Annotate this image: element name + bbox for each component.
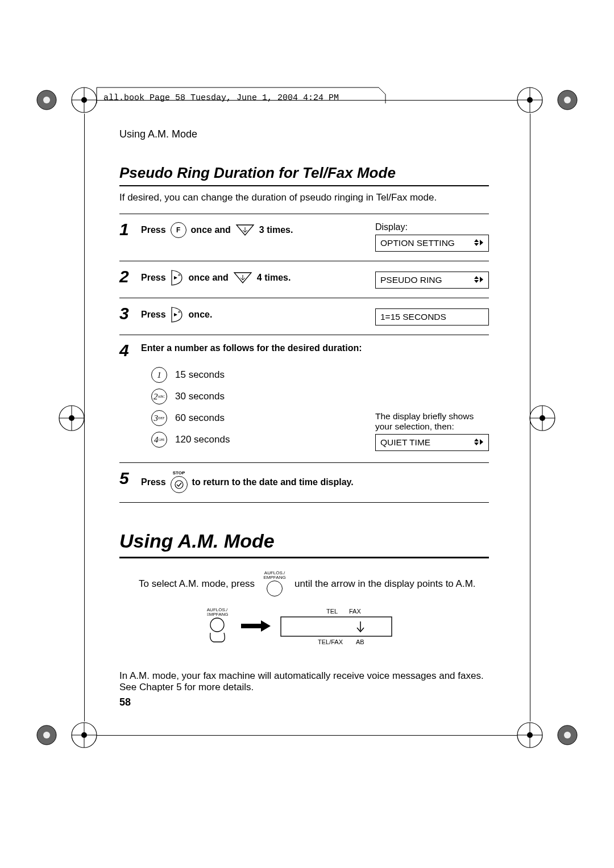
para-am-intro: To select A.M. mode, press AUFLÖS./ EMPF… xyxy=(139,571,489,596)
svg-marker-34 xyxy=(474,239,479,242)
display-label: Display: xyxy=(375,222,489,232)
keypad-2-icon: 2ABC xyxy=(151,389,167,404)
step-5: 5 Press STOP to return to the date and t… xyxy=(119,462,489,503)
svg-point-27 xyxy=(69,415,74,421)
lcd-text: PSEUDO RING xyxy=(380,275,442,285)
svg-marker-42 xyxy=(474,280,479,283)
svg-point-21 xyxy=(527,732,533,738)
svg-point-31 xyxy=(540,415,545,421)
para2-a: To select A.M. mode, press xyxy=(139,578,255,590)
step3-press: Press xyxy=(141,310,166,320)
step5-rest: to return to the date and time display. xyxy=(192,477,354,487)
regmark-mid-left xyxy=(55,401,89,435)
crossline-bottom xyxy=(97,735,517,736)
para-am-explain: In A.M. mode, your fax machine will auto… xyxy=(119,670,489,693)
step2-press: Press xyxy=(141,273,166,283)
step-1: 1 Press F once and 3 times. Display: OPT… xyxy=(119,214,489,261)
regmark-top-left xyxy=(34,83,102,117)
diagram-top-left: TEL xyxy=(326,608,338,615)
svg-point-17 xyxy=(81,732,87,738)
svg-marker-48 xyxy=(480,439,483,445)
book-tag: all.book Page 58 Tuesday, June 1, 2004 4… xyxy=(103,93,339,103)
step1-times: 3 times. xyxy=(259,225,293,235)
step4-note: The display briefly shows your selection… xyxy=(375,411,489,432)
svg-point-1 xyxy=(43,97,50,103)
lcd-text: OPTION SETTING xyxy=(380,238,455,248)
step2-onceand: once and xyxy=(189,273,229,283)
heading-using-am: Using A.M. Mode xyxy=(119,530,489,558)
option-3: 3DEF 60 seconds xyxy=(151,410,375,426)
step4-text: Enter a number as follows for the desire… xyxy=(141,343,489,359)
stop-key-icon: STOP xyxy=(171,471,188,493)
step-3: 3 Press A once. 1=15 SECONDS xyxy=(119,298,489,335)
option-label: 30 seconds xyxy=(175,391,225,402)
step-number: 3 xyxy=(119,305,134,322)
stop-circle-icon xyxy=(171,476,188,493)
option-label: 15 seconds xyxy=(175,369,225,381)
option-1: 1 15 seconds xyxy=(151,367,375,383)
svg-point-51 xyxy=(210,618,224,632)
svg-point-9 xyxy=(527,97,533,103)
diagram-bottom-left: TEL/FAX xyxy=(318,639,343,645)
updown-arrow-icon xyxy=(471,275,484,286)
crossline-left xyxy=(84,114,85,721)
svg-point-23 xyxy=(564,732,571,738)
option-4: 4GHI 120 seconds xyxy=(151,432,375,448)
step5-press: Press xyxy=(141,477,166,487)
option-2: 2ABC 30 seconds xyxy=(151,389,375,404)
am-mode-diagram: AUFLÖS./ EMPFANG TEL FAX TEL/FAX AB xyxy=(207,607,489,660)
regmark-mid-right xyxy=(525,401,559,435)
regmark-bottom-left xyxy=(34,718,102,752)
svg-marker-35 xyxy=(474,243,479,246)
regmark-bottom-right xyxy=(512,718,580,752)
section-title: Pseudo Ring Duration for Tel/Fax Mode xyxy=(119,164,489,186)
crossline-right xyxy=(530,114,530,721)
lcd-seconds: 1=15 SECONDS xyxy=(375,308,489,326)
round-key-icon xyxy=(267,581,283,596)
right-half-key-icon: A xyxy=(171,306,184,323)
option-label: 120 seconds xyxy=(175,434,230,445)
f-key-icon: F xyxy=(171,222,186,238)
svg-point-5 xyxy=(81,97,87,103)
steps-area: 1 Press F once and 3 times. Display: OPT… xyxy=(119,214,489,503)
lcd-option-setting: OPTION SETTING xyxy=(375,235,489,252)
svg-point-11 xyxy=(564,97,571,103)
svg-marker-43 xyxy=(480,277,483,282)
auflos-key-icon: AUFLÖS./ EMPFANG xyxy=(260,571,289,596)
svg-point-13 xyxy=(43,732,50,738)
updown-arrow-icon xyxy=(471,437,484,448)
step-number: 2 xyxy=(119,268,134,285)
option-label: 60 seconds xyxy=(175,412,225,424)
down-arrow-key-icon xyxy=(235,224,255,236)
lcd-text: QUIET TIME xyxy=(380,437,430,448)
svg-marker-41 xyxy=(474,276,479,279)
intro-text: If desired, you can change the duration … xyxy=(119,192,489,203)
lcd-text: 1=15 SECONDS xyxy=(380,312,446,322)
svg-marker-47 xyxy=(474,443,479,445)
step-number: 1 xyxy=(119,221,134,238)
svg-point-49 xyxy=(175,481,183,489)
diagram-bottom-right: AB xyxy=(356,639,364,645)
para2-b: until the arrow in the display points to… xyxy=(294,578,475,590)
svg-text:EMPFANG: EMPFANG xyxy=(207,612,229,617)
svg-marker-46 xyxy=(474,439,479,441)
updown-arrow-icon xyxy=(471,238,484,249)
step-4: 4 Enter a number as follows for the desi… xyxy=(119,335,489,462)
running-head: Using A.M. Mode xyxy=(119,128,489,140)
down-arrow-key-icon xyxy=(233,272,252,284)
step4-options: 1 15 seconds 2ABC 30 seconds 3DEF 60 sec… xyxy=(151,367,375,453)
svg-marker-37 xyxy=(174,276,177,279)
step-number: 4 xyxy=(119,342,134,359)
keypad-4-icon: 4GHI xyxy=(151,432,167,448)
diagram-top-right: FAX xyxy=(349,608,361,615)
svg-text:A: A xyxy=(178,310,181,314)
svg-marker-52 xyxy=(241,620,271,632)
step3-once: once. xyxy=(189,310,213,320)
step-number: 5 xyxy=(119,470,134,487)
svg-marker-36 xyxy=(480,240,483,245)
step1-press: Press xyxy=(141,225,166,235)
right-half-key-icon: A xyxy=(171,269,184,286)
content-area: Using A.M. Mode Pseudo Ring Duration for… xyxy=(119,128,489,703)
svg-rect-53 xyxy=(281,617,392,636)
page: all.book Page 58 Tuesday, June 1, 2004 4… xyxy=(0,0,614,868)
